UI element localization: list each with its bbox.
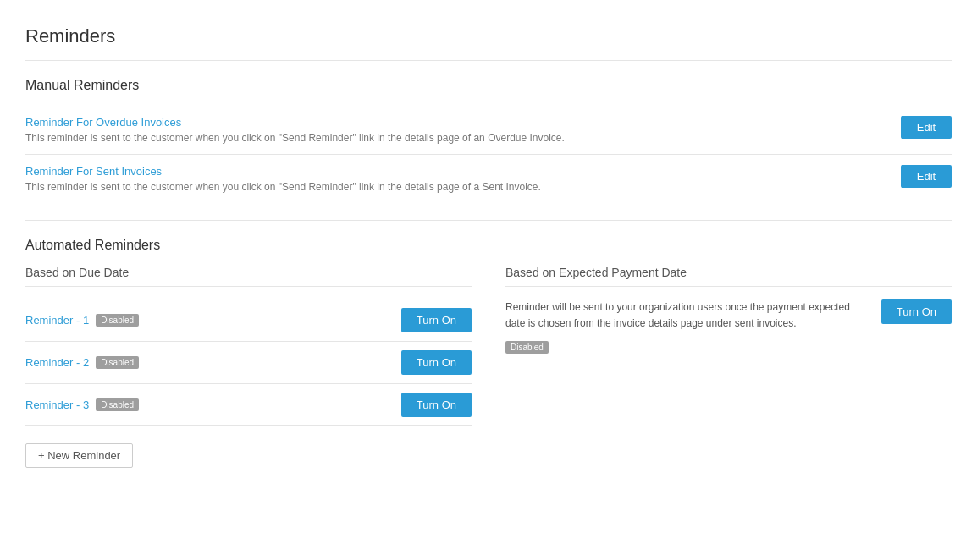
due-date-reminder-1-link[interactable]: Reminder - 1 (25, 314, 89, 327)
due-date-reminder-2-row: Reminder - 2 Disabled Turn On (25, 342, 472, 384)
due-date-reminder-2-link[interactable]: Reminder - 2 (25, 356, 89, 369)
page-title: Reminders (25, 25, 952, 61)
due-date-reminder-2-left: Reminder - 2 Disabled (25, 356, 139, 369)
section-divider (25, 220, 952, 221)
expected-payment-column: Based on Expected Payment Date Reminder … (505, 266, 952, 468)
due-date-reminder-3-turn-on-button[interactable]: Turn On (401, 393, 472, 417)
automated-reminders-section: Automated Reminders Based on Due Date Re… (25, 238, 952, 468)
expected-payment-badge: Disabled (505, 341, 549, 354)
due-date-reminder-2-turn-on-button[interactable]: Turn On (401, 350, 472, 375)
sent-reminder-info: Reminder For Sent Invoices This reminder… (25, 165, 901, 193)
sent-reminder-row: Reminder For Sent Invoices This reminder… (25, 155, 952, 203)
sent-reminder-desc: This reminder is sent to the customer wh… (25, 181, 901, 193)
expected-payment-turn-on-button[interactable]: Turn On (881, 299, 952, 324)
due-date-reminder-2-badge: Disabled (96, 356, 139, 369)
due-date-column: Based on Due Date Reminder - 1 Disabled … (25, 266, 472, 468)
expected-payment-col-title: Based on Expected Payment Date (505, 266, 952, 287)
manual-reminders-title: Manual Reminders (25, 78, 952, 93)
due-date-reminder-1-row: Reminder - 1 Disabled Turn On (25, 299, 472, 342)
new-reminder-button[interactable]: + New Reminder (25, 443, 133, 468)
overdue-reminder-row: Reminder For Overdue Invoices This remin… (25, 106, 952, 155)
automated-reminders-title: Automated Reminders (25, 238, 952, 253)
overdue-reminder-link[interactable]: Reminder For Overdue Invoices (25, 116, 181, 129)
overdue-reminder-desc: This reminder is sent to the customer wh… (25, 132, 901, 144)
due-date-reminder-1-turn-on-button[interactable]: Turn On (401, 308, 472, 332)
sent-reminder-link[interactable]: Reminder For Sent Invoices (25, 165, 162, 178)
overdue-edit-button[interactable]: Edit (901, 116, 952, 139)
due-date-reminder-3-row: Reminder - 3 Disabled Turn On (25, 384, 472, 426)
due-date-reminder-1-left: Reminder - 1 Disabled (25, 314, 139, 327)
due-date-reminder-3-left: Reminder - 3 Disabled (25, 398, 139, 411)
overdue-reminder-info: Reminder For Overdue Invoices This remin… (25, 116, 901, 144)
sent-edit-button[interactable]: Edit (901, 165, 952, 188)
expected-payment-text-block: Reminder will be sent to your organizati… (505, 299, 869, 353)
manual-reminders-section: Manual Reminders Reminder For Overdue In… (25, 78, 952, 203)
expected-payment-header: Reminder will be sent to your organizati… (505, 299, 952, 353)
due-date-reminder-3-link[interactable]: Reminder - 3 (25, 398, 89, 411)
due-date-reminder-1-badge: Disabled (96, 314, 139, 327)
due-date-col-title: Based on Due Date (25, 266, 472, 287)
expected-payment-desc: Reminder will be sent to your organizati… (505, 299, 869, 332)
automated-reminders-grid: Based on Due Date Reminder - 1 Disabled … (25, 266, 952, 468)
due-date-reminder-3-badge: Disabled (96, 398, 139, 411)
